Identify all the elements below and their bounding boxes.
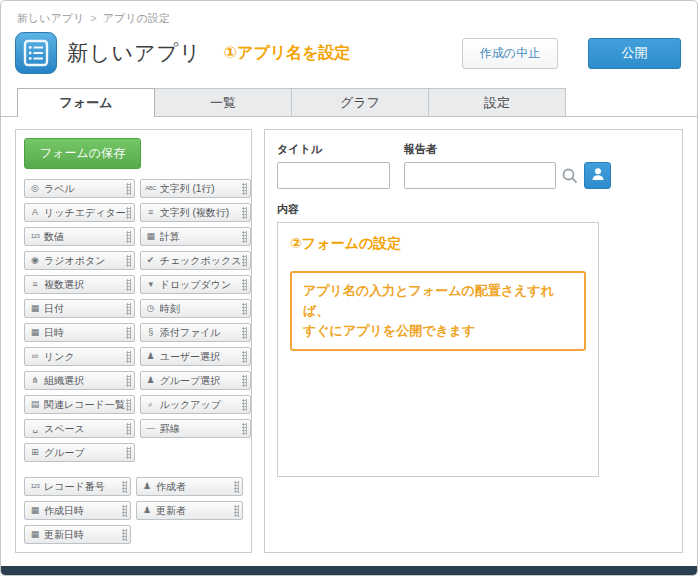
tab-graph[interactable]: グラフ [291, 88, 429, 116]
tag-icon: ◎ [28, 180, 42, 197]
drag-handle-icon[interactable] [242, 399, 247, 411]
drag-handle-icon[interactable] [126, 255, 131, 267]
multiselect-icon: ≡ [28, 276, 42, 293]
palette-field[interactable]: ∞リンク [24, 347, 135, 366]
drag-handle-icon[interactable] [126, 399, 131, 411]
palette-field[interactable]: ◷時刻 [140, 299, 251, 318]
drag-handle-icon[interactable] [126, 351, 131, 363]
save-form-button[interactable]: フォームの保存 [24, 138, 141, 169]
drag-handle-icon[interactable] [126, 303, 131, 315]
tab-list[interactable]: 一覧 [154, 88, 292, 116]
drag-handle-icon[interactable] [122, 481, 127, 493]
radio-button-icon: ◉ [28, 252, 42, 269]
palette-field[interactable]: ␣スペース [24, 419, 135, 438]
breadcrumb-item-new-app[interactable]: 新しいアプリ [17, 12, 84, 24]
drag-handle-icon[interactable] [242, 183, 247, 195]
palette-field[interactable]: ▦作成日時 [24, 501, 131, 520]
palette-field[interactable]: ♟グループ選択 [140, 371, 251, 390]
palette-field[interactable]: ▦計算 [140, 227, 251, 246]
drag-handle-icon[interactable] [126, 327, 131, 339]
record-number-icon: 123 [28, 478, 42, 495]
tab-settings[interactable]: 設定 [428, 88, 566, 116]
palette-field[interactable]: ♟更新者 [136, 501, 243, 520]
created-time-icon: ▦ [28, 502, 42, 519]
group-select-icon: ♟ [144, 372, 158, 389]
palette-field[interactable]: ⊞グループ [24, 443, 135, 462]
drag-handle-icon[interactable] [122, 505, 127, 517]
drag-handle-icon[interactable] [242, 375, 247, 387]
field-palette: フォームの保存 ◎ラベルABC文字列 (1行)Aリッチエディター≡文字列 (複数… [15, 129, 252, 553]
palette-field[interactable]: Aリッチエディター [24, 203, 135, 222]
palette-field[interactable]: §添付ファイル [140, 323, 251, 342]
drag-handle-icon[interactable] [242, 303, 247, 315]
drag-handle-icon[interactable] [242, 423, 247, 435]
drag-handle-icon[interactable] [242, 279, 247, 291]
drag-handle-icon[interactable] [126, 231, 131, 243]
title-field: タイトル [277, 142, 390, 189]
drag-handle-icon[interactable] [126, 423, 131, 435]
palette-field-label: リンク [44, 350, 126, 364]
number-icon: 123 [28, 228, 42, 245]
palette-field[interactable]: ◎ラベル [24, 179, 135, 198]
field-grid: ◎ラベルABC文字列 (1行)Aリッチエディター≡文字列 (複数行)123数値▦… [24, 179, 243, 462]
search-icon[interactable] [561, 167, 579, 185]
tab-form[interactable]: フォーム [17, 88, 155, 117]
palette-field[interactable]: ◉ラジオボタン [24, 251, 135, 270]
title-field-input[interactable] [277, 162, 390, 189]
calc-icon: ▦ [144, 228, 158, 245]
palette-field-label: 日付 [44, 302, 126, 316]
related-records-icon: ▤ [28, 396, 42, 413]
reporter-field-label: 報告者 [404, 142, 611, 157]
palette-field[interactable]: ✔チェックボックス [140, 251, 251, 270]
publish-button[interactable]: 公開 [588, 38, 681, 69]
palette-field[interactable]: ⋔組織選択 [24, 371, 135, 390]
time-icon: ◷ [144, 300, 158, 317]
cancel-create-button[interactable]: 作成の中止 [462, 38, 558, 69]
palette-field[interactable]: ABC文字列 (1行) [140, 179, 251, 198]
palette-field[interactable]: ▦日時 [24, 323, 135, 342]
creator-icon: ♟ [140, 478, 154, 495]
drag-handle-icon[interactable] [242, 327, 247, 339]
dropdown-icon: ▾ [144, 276, 158, 293]
palette-field[interactable]: ▦更新日時 [24, 525, 131, 544]
palette-field[interactable]: ≡複数選択 [24, 275, 135, 294]
app-header: 新しいアプリ ①アプリ名を設定 作成の中止 公開 [1, 28, 697, 82]
drag-handle-icon[interactable] [126, 183, 131, 195]
drag-handle-icon[interactable] [242, 351, 247, 363]
palette-field-label: リッチエディター [44, 206, 126, 220]
palette-field[interactable]: ▤関連レコード一覧 [24, 395, 135, 414]
breadcrumb-item-app-settings: アプリの設定 [103, 12, 170, 24]
drag-handle-icon[interactable] [126, 447, 131, 459]
drag-handle-icon[interactable] [242, 207, 247, 219]
drag-handle-icon[interactable] [126, 375, 131, 387]
palette-field[interactable]: ⌕ルックアップ [140, 395, 251, 414]
drag-handle-icon[interactable] [126, 207, 131, 219]
drag-handle-icon[interactable] [242, 255, 247, 267]
reporter-field-input[interactable] [404, 162, 556, 189]
palette-field-label: 計算 [160, 230, 242, 244]
user-select-icon: ♟ [144, 348, 158, 365]
palette-field-label: ドロップダウン [160, 278, 242, 292]
palette-field-label: 数値 [44, 230, 126, 244]
drag-handle-icon[interactable] [126, 279, 131, 291]
page-title: 新しいアプリ [67, 39, 201, 67]
palette-field[interactable]: ♟作成者 [136, 477, 243, 496]
palette-field[interactable]: 123レコード番号 [24, 477, 131, 496]
drag-handle-icon[interactable] [234, 505, 239, 517]
user-picker-button[interactable] [584, 162, 611, 189]
palette-field[interactable]: ▾ドロップダウン [140, 275, 251, 294]
form-editor: フォームの保存 ◎ラベルABC文字列 (1行)Aリッチエディター≡文字列 (複数… [1, 117, 697, 553]
drag-handle-icon[interactable] [234, 481, 239, 493]
palette-field[interactable]: ≡文字列 (複数行) [140, 203, 251, 222]
link-icon: ∞ [28, 348, 42, 365]
palette-field-label: レコード番号 [44, 480, 122, 494]
palette-field[interactable]: ♟ユーザー選択 [140, 347, 251, 366]
drag-handle-icon[interactable] [122, 529, 127, 541]
palette-field[interactable]: ▦日付 [24, 299, 135, 318]
palette-field-label: ラジオボタン [44, 254, 126, 268]
breadcrumb-separator: > [90, 12, 96, 24]
palette-field[interactable]: —罫線 [140, 419, 251, 438]
palette-field[interactable]: 123数値 [24, 227, 135, 246]
content-field-area[interactable]: ②フォームの設定 アプリ名の入力とフォームの配置さえすれば、 すぐにアプリを公開… [277, 222, 599, 477]
drag-handle-icon[interactable] [242, 231, 247, 243]
